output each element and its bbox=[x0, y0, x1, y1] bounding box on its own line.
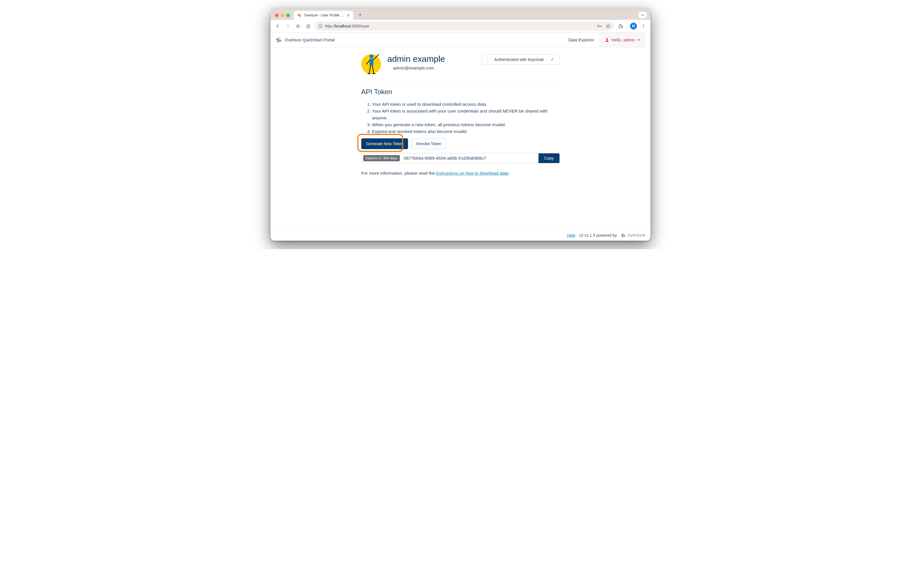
url-text: http://localhost:3000/user bbox=[325, 24, 595, 28]
svg-point-12 bbox=[369, 54, 373, 58]
profile-info: admin example admin@example.com bbox=[387, 54, 445, 70]
footer-brand: overture bbox=[621, 233, 645, 238]
profile-header: admin example admin@example.com Authenti… bbox=[361, 54, 560, 74]
copy-button[interactable]: Copy bbox=[539, 153, 560, 163]
user-greeting: Hello, admin bbox=[611, 37, 635, 42]
check-icon: ✓ bbox=[551, 57, 554, 62]
api-token-info-list: Your API token is used to download contr… bbox=[361, 101, 560, 135]
svg-rect-13 bbox=[369, 59, 373, 65]
svg-point-1 bbox=[298, 14, 299, 15]
site-info-icon[interactable] bbox=[318, 24, 323, 28]
svg-rect-5 bbox=[320, 26, 321, 27]
profile-name: admin example bbox=[387, 54, 445, 64]
maximize-window-icon[interactable] bbox=[286, 14, 290, 17]
pinwheel-logo-icon bbox=[621, 233, 626, 238]
brand-title: Overture QuickStart Portal bbox=[285, 37, 335, 42]
generate-token-button[interactable]: Generate New Token bbox=[361, 138, 408, 149]
more-info-text: For more information, please read the in… bbox=[361, 171, 560, 176]
pinwheel-logo-icon bbox=[276, 37, 282, 43]
token-value[interactable]: 5877b64a-6589-4534-a80b-51d3fab9b6c7 bbox=[402, 153, 539, 163]
svg-point-9 bbox=[643, 26, 644, 27]
chevron-down-icon bbox=[641, 13, 644, 17]
password-key-icon[interactable] bbox=[597, 24, 602, 28]
auth-badge: Authenticated with Keycloak ✓ bbox=[482, 54, 560, 65]
avatar bbox=[361, 54, 381, 74]
svg-point-3 bbox=[299, 15, 301, 17]
svg-line-16 bbox=[369, 65, 371, 73]
api-token-heading: API Token bbox=[361, 88, 560, 96]
svg-line-15 bbox=[373, 54, 379, 60]
tab-overflow-button[interactable] bbox=[639, 12, 646, 18]
main-content: admin example admin@example.com Authenti… bbox=[358, 54, 563, 182]
browser-tab[interactable]: Overture - User Profile & Tok ✕ bbox=[294, 11, 353, 20]
token-expiry-chip: Expires in: 364 days bbox=[363, 155, 400, 161]
new-tab-button[interactable]: + bbox=[356, 11, 364, 19]
info-item: Expired and revoked tokens also become i… bbox=[372, 128, 560, 135]
svg-point-2 bbox=[299, 14, 301, 15]
svg-point-7 bbox=[597, 25, 599, 27]
home-button[interactable] bbox=[304, 23, 312, 30]
help-link[interactable]: Help bbox=[567, 233, 575, 237]
nav-data-explorer[interactable]: Data Explorer bbox=[563, 32, 599, 47]
divider bbox=[361, 82, 560, 82]
user-menu[interactable]: Hello, admin bbox=[599, 32, 645, 47]
svg-line-17 bbox=[372, 65, 374, 73]
browser-tabstrip: Overture - User Profile & Tok ✕ + bbox=[270, 8, 651, 20]
minimize-window-icon[interactable] bbox=[281, 14, 284, 17]
tab-title: Overture - User Profile & Tok bbox=[304, 13, 345, 17]
svg-point-8 bbox=[643, 24, 644, 25]
download-instructions-link[interactable]: instructions on how to download data bbox=[436, 171, 508, 175]
stick-figure-icon bbox=[363, 52, 383, 76]
token-display: Expires in: 364 days 5877b64a-6589-4534-… bbox=[361, 153, 560, 163]
auth-badge-label: Authenticated with Keycloak bbox=[494, 57, 544, 62]
info-item: Your API token is used to download contr… bbox=[372, 101, 560, 108]
forward-button[interactable] bbox=[284, 23, 291, 30]
close-window-icon[interactable] bbox=[275, 14, 278, 17]
app-header: Overture QuickStart Portal Data Explorer… bbox=[270, 32, 651, 47]
app-footer: Help UI v1.1.3 powered by overture bbox=[270, 230, 651, 241]
pinwheel-favicon-icon bbox=[297, 13, 302, 18]
browser-window: Overture - User Profile & Tok ✕ + http:/… bbox=[270, 8, 651, 241]
svg-point-10 bbox=[643, 27, 644, 28]
window-controls bbox=[275, 14, 290, 17]
revoke-token-button[interactable]: Revoke Token bbox=[412, 138, 446, 149]
profile-email: admin@example.com bbox=[393, 65, 445, 70]
brand[interactable]: Overture QuickStart Portal bbox=[276, 37, 335, 43]
back-button[interactable] bbox=[274, 23, 281, 30]
bookmark-star-icon[interactable] bbox=[606, 24, 610, 28]
close-tab-icon[interactable]: ✕ bbox=[347, 13, 350, 18]
extensions-button[interactable] bbox=[617, 23, 624, 30]
info-item: When you generate a new token, all previ… bbox=[372, 121, 560, 128]
chevron-down-icon bbox=[637, 38, 640, 41]
svg-line-14 bbox=[366, 60, 369, 64]
user-icon bbox=[605, 38, 609, 42]
reload-button[interactable] bbox=[295, 23, 302, 30]
svg-rect-6 bbox=[320, 25, 321, 26]
token-button-row: Generate New Token Revoke Token bbox=[361, 138, 560, 149]
svg-point-11 bbox=[606, 38, 608, 40]
info-item: Your API token is associated with your u… bbox=[372, 108, 560, 121]
browser-toolbar: http://localhost:3000/user M bbox=[270, 20, 651, 32]
browser-profile-avatar[interactable]: M bbox=[630, 23, 637, 29]
version-text: UI v1.1.3 powered by bbox=[579, 233, 617, 237]
address-bar[interactable]: http://localhost:3000/user bbox=[315, 21, 614, 31]
browser-menu-button[interactable] bbox=[640, 23, 647, 30]
